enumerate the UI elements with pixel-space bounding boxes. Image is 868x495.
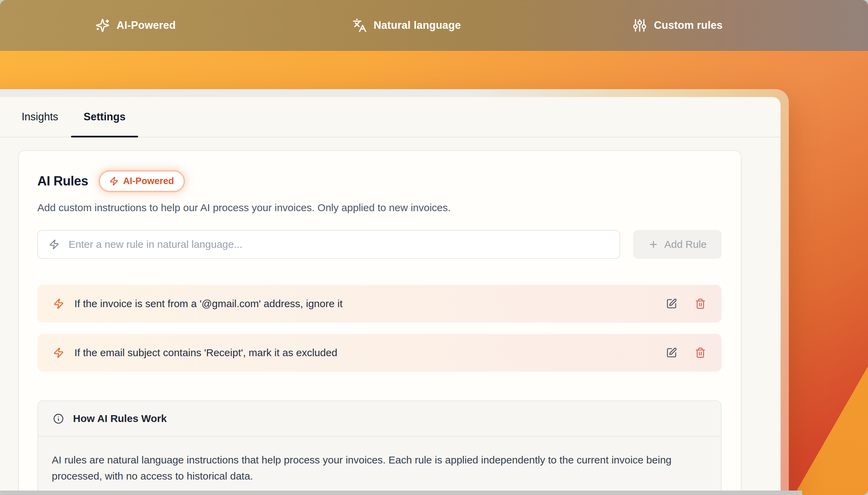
how-ai-rules-work-card: How AI Rules Work AI rules are natural l… — [37, 400, 722, 495]
ai-rules-description: Add custom instructions to help our AI p… — [37, 202, 722, 214]
add-rule-button[interactable]: Add Rule — [633, 230, 722, 259]
translate-icon — [352, 18, 367, 33]
rule-text: If the email subject contains 'Receipt',… — [74, 347, 337, 359]
ai-rules-card: AI Rules AI-Powered Add custom instructi… — [18, 150, 742, 495]
ai-powered-badge: AI-Powered — [99, 171, 184, 192]
banner-item-custom-rules: Custom rules — [542, 18, 813, 33]
tab-settings-label: Settings — [84, 111, 125, 123]
banner-item-label: Natural language — [374, 19, 461, 32]
tabs-row: Insights Settings — [0, 97, 781, 137]
tab-insights[interactable]: Insights — [9, 97, 71, 137]
new-rule-row: Add Rule — [37, 230, 722, 259]
banner-item-label: AI-Powered — [117, 19, 176, 32]
banner-item-ai-powered: AI-Powered — [0, 18, 271, 33]
app-window-frame: Insights Settings AI Rules AI-Powered — [0, 89, 789, 495]
tab-insights-label: Insights — [22, 111, 58, 123]
info-icon — [53, 413, 64, 424]
trash-icon — [695, 347, 706, 358]
how-ai-rules-work-header: How AI Rules Work — [38, 401, 721, 437]
zap-icon — [109, 177, 119, 186]
rule-actions — [666, 347, 706, 358]
settings-panel: AI Rules AI-Powered Add custom instructi… — [0, 137, 781, 495]
zap-icon — [49, 239, 59, 250]
app-window: Insights Settings AI Rules AI-Powered — [0, 97, 781, 495]
new-rule-input-wrapper — [37, 230, 620, 259]
add-rule-button-label: Add Rule — [664, 239, 707, 250]
rule-row: If the email subject contains 'Receipt',… — [37, 334, 722, 372]
sparkles-icon — [95, 18, 110, 33]
rules-list: If the invoice is sent from a '@gmail.co… — [37, 285, 722, 372]
how-ai-rules-work-title: How AI Rules Work — [73, 413, 167, 424]
plus-icon — [648, 239, 659, 250]
edit-rule-button[interactable] — [666, 298, 677, 309]
banner-item-label: Custom rules — [654, 19, 723, 32]
sliders-icon — [632, 18, 647, 33]
rule-actions — [666, 298, 706, 309]
trash-icon — [695, 298, 706, 309]
ai-powered-badge-label: AI-Powered — [123, 176, 174, 186]
edit-icon — [666, 347, 677, 358]
how-ai-rules-work-body: AI rules are natural language instructio… — [38, 437, 721, 495]
new-rule-input[interactable] — [69, 239, 608, 250]
feature-banner: AI-Powered Natural language Custom rules — [0, 0, 868, 51]
tab-settings[interactable]: Settings — [71, 97, 138, 137]
edit-rule-button[interactable] — [666, 347, 677, 358]
banner-item-natural-language: Natural language — [271, 18, 542, 33]
zap-icon — [53, 347, 64, 358]
ai-rules-header: AI Rules AI-Powered — [37, 171, 722, 192]
delete-rule-button[interactable] — [695, 298, 706, 309]
zap-icon — [53, 298, 64, 309]
ai-rules-title: AI Rules — [37, 174, 88, 189]
screenshot-stage: AI-Powered Natural language Custom rules… — [0, 0, 868, 495]
edit-icon — [666, 298, 677, 309]
rule-text: If the invoice is sent from a '@gmail.co… — [74, 298, 342, 310]
delete-rule-button[interactable] — [695, 347, 706, 358]
rule-row: If the invoice is sent from a '@gmail.co… — [37, 285, 722, 323]
bottom-edge-strip — [0, 491, 802, 495]
